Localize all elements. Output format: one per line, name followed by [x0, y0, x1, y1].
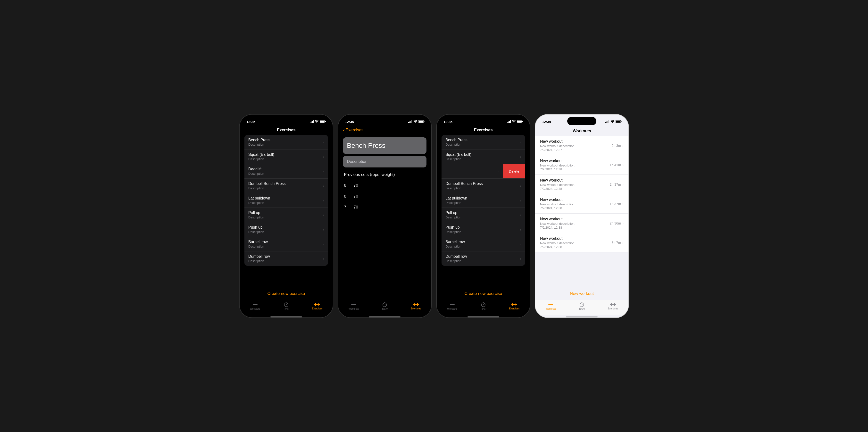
- exercises-screen-1: Exercises Bench Press Description › Squa…: [240, 127, 333, 317]
- workouts-icon: [252, 302, 258, 307]
- tab-exercises-4[interactable]: Exercises: [604, 303, 621, 310]
- list-item[interactable]: Dumbell Bench Press Description ›: [441, 179, 525, 193]
- list-item[interactable]: Push up Description ›: [441, 222, 525, 237]
- svg-rect-67: [621, 121, 622, 122]
- list-item[interactable]: Dumbell row Description ›: [244, 251, 328, 266]
- list-item-swipeable[interactable]: Deadlift Description › Delete: [441, 164, 525, 179]
- svg-rect-0: [310, 122, 310, 123]
- wifi-icon: [611, 120, 614, 123]
- svg-rect-58: [516, 303, 516, 306]
- create-exercise-button[interactable]: Create new exercise: [240, 287, 333, 300]
- set-row: 8 70: [344, 191, 426, 202]
- wifi-icon: [413, 120, 417, 123]
- svg-rect-17: [315, 303, 316, 306]
- tab-workouts-4[interactable]: Workouts: [542, 302, 559, 310]
- list-item[interactable]: Dumbell Bench Press Description ›: [244, 179, 328, 193]
- status-time-4: 12:39: [542, 120, 551, 124]
- workout-item[interactable]: New workout New workout description. 7/2…: [535, 194, 628, 214]
- chevron-right-icon: ›: [520, 184, 521, 188]
- battery-icon: [517, 120, 523, 123]
- svg-line-13: [286, 304, 287, 305]
- exercise-list-3[interactable]: Bench Press Description › Squat (Barbell…: [437, 135, 530, 287]
- svg-rect-7: [325, 121, 326, 122]
- tab-timer-2[interactable]: Timer: [376, 302, 393, 310]
- svg-rect-36: [418, 304, 419, 305]
- list-item[interactable]: Bench Press Description ›: [244, 135, 328, 150]
- status-icons-4: [606, 120, 622, 123]
- svg-rect-10: [253, 306, 257, 306]
- chevron-right-icon: ›: [520, 228, 521, 232]
- tab-bar-2: Workouts Timer Exercises: [338, 300, 431, 315]
- chevron-right-icon: ›: [520, 213, 521, 217]
- prev-sets-title: Previous sets (reps, weight): [338, 172, 431, 180]
- chevron-right-icon: ›: [622, 241, 624, 245]
- list-item[interactable]: Bench Press Description ›: [441, 135, 525, 150]
- tab-bar-1: Workouts Timer Exercises: [240, 300, 333, 315]
- tab-exercises-1[interactable]: Exercises: [309, 303, 326, 310]
- back-chevron-icon: ‹: [343, 127, 345, 132]
- tab-timer-1[interactable]: Timer: [278, 302, 295, 310]
- svg-rect-75: [610, 304, 611, 305]
- list-item[interactable]: Pull up Description ›: [244, 208, 328, 222]
- svg-rect-79: [612, 304, 614, 305]
- chevron-right-icon: ›: [323, 213, 324, 217]
- list-item[interactable]: Barbell row Description ›: [441, 237, 525, 251]
- list-item[interactable]: Push up Description ›: [244, 222, 328, 237]
- tab-timer-3[interactable]: Timer: [475, 302, 492, 310]
- list-item-swiped[interactable]: Deadlift Description ›: [441, 164, 503, 178]
- list-item[interactable]: Squat (Barbell) Description ›: [441, 150, 525, 164]
- svg-rect-27: [424, 121, 425, 122]
- exercises-icon: [610, 303, 616, 307]
- back-button[interactable]: ‹ Exercises: [338, 127, 431, 135]
- svg-rect-50: [450, 306, 455, 306]
- svg-rect-60: [606, 122, 606, 123]
- list-item[interactable]: Barbell row Description ›: [244, 237, 328, 251]
- status-time-2: 12:35: [345, 120, 354, 124]
- workout-item[interactable]: New workout New workout description. 7/2…: [535, 214, 628, 233]
- workout-item[interactable]: New workout New workout description. 7/2…: [535, 136, 628, 155]
- exercise-name-input[interactable]: Bench Press: [343, 137, 427, 154]
- list-item[interactable]: Lat pulldown Description ›: [244, 193, 328, 208]
- chevron-right-icon: ›: [498, 169, 499, 173]
- delete-button[interactable]: Delete: [503, 164, 525, 178]
- workout-item[interactable]: New workout New workout description. 7/2…: [535, 233, 628, 252]
- exercise-list-1[interactable]: Bench Press Description › Squat (Barbell…: [240, 135, 333, 287]
- tab-timer-4[interactable]: Timer: [573, 302, 590, 310]
- tab-exercises-2[interactable]: Exercises: [407, 303, 424, 310]
- tab-workouts-2[interactable]: Workouts: [345, 302, 362, 310]
- svg-rect-15: [314, 304, 315, 305]
- home-indicator-4: [566, 316, 598, 317]
- svg-rect-18: [318, 303, 319, 306]
- svg-line-73: [582, 304, 583, 305]
- workout-item[interactable]: New workout New workout description. 7/2…: [535, 155, 628, 175]
- workouts-screen: Workouts New workout New workout descrip…: [535, 127, 628, 317]
- tab-exercises-3[interactable]: Exercises: [506, 303, 523, 310]
- list-item[interactable]: Pull up Description ›: [441, 208, 525, 222]
- list-item[interactable]: Lat pulldown Description ›: [441, 193, 525, 208]
- svg-rect-41: [508, 122, 509, 123]
- svg-line-33: [385, 304, 385, 305]
- set-row: 8 70: [344, 180, 426, 191]
- svg-rect-28: [351, 303, 356, 303]
- status-bar-3: 12:35: [437, 115, 530, 127]
- tab-workouts-3[interactable]: Workouts: [444, 302, 461, 310]
- svg-rect-77: [611, 303, 612, 306]
- battery-icon: [320, 120, 326, 123]
- exercise-desc-input[interactable]: Description: [343, 156, 427, 167]
- tab-workouts-1[interactable]: Workouts: [247, 302, 264, 310]
- svg-rect-76: [615, 304, 616, 305]
- list-item[interactable]: Squat (Barbell) Description ›: [244, 150, 328, 164]
- new-workout-button[interactable]: New workout: [535, 287, 628, 300]
- home-indicator-2: [369, 316, 401, 317]
- wifi-icon: [315, 120, 319, 123]
- exercises-screen-3: Exercises Bench Press Description › Squa…: [437, 127, 530, 317]
- svg-rect-47: [522, 121, 523, 122]
- create-exercise-button-3[interactable]: Create new exercise: [437, 287, 530, 300]
- list-item[interactable]: Deadlift Description ›: [244, 164, 328, 179]
- list-item[interactable]: Dumbell row Description ›: [441, 251, 525, 266]
- workouts-list[interactable]: New workout New workout description. 7/2…: [535, 136, 628, 287]
- svg-rect-61: [607, 122, 607, 123]
- chevron-right-icon: ›: [323, 140, 324, 144]
- svg-rect-70: [548, 306, 553, 306]
- workout-item[interactable]: New workout New workout description. 7/2…: [535, 175, 628, 194]
